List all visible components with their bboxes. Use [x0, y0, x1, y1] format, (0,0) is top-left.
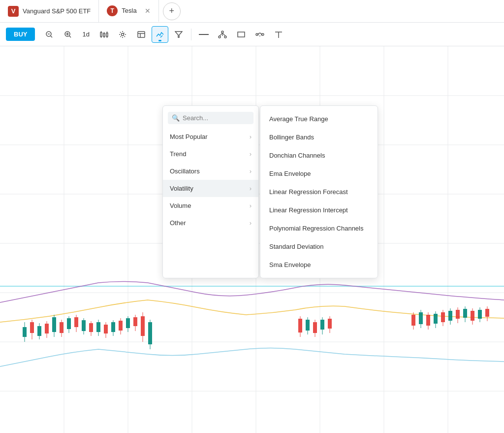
svg-rect-29 — [238, 32, 245, 37]
zoom-in-button[interactable] — [60, 26, 76, 43]
submenu-item-4[interactable]: Linear Regression Forecast — [260, 183, 378, 201]
submenu-item-7[interactable]: Standard Deviation — [260, 237, 378, 256]
svg-rect-86 — [298, 319, 302, 333]
svg-rect-90 — [313, 322, 317, 333]
tab-close-icon[interactable]: ✕ — [145, 7, 151, 15]
svg-point-25 — [224, 36, 226, 38]
svg-rect-76 — [119, 321, 123, 331]
submenu-item-8[interactable]: Sma Envelope — [260, 256, 378, 274]
chevron-right-icon-3: › — [250, 185, 252, 192]
submenu-item-5[interactable]: Linear Regression Intercept — [260, 201, 378, 219]
svg-rect-110 — [463, 309, 467, 318]
search-input[interactable] — [183, 114, 250, 122]
svg-rect-10 — [103, 33, 105, 36]
chevron-right-icon-0: › — [250, 133, 252, 140]
menu-item-other[interactable]: Other › — [163, 214, 258, 232]
svg-rect-96 — [411, 315, 415, 326]
svg-rect-17 — [138, 32, 145, 37]
signal-button[interactable] — [170, 26, 187, 43]
path-tool-button[interactable] — [252, 26, 268, 43]
svg-line-27 — [222, 33, 225, 36]
svg-rect-13 — [106, 33, 108, 36]
text-tool-icon — [275, 31, 283, 38]
svg-rect-56 — [45, 324, 49, 333]
submenu-item-2[interactable]: Donchian Channels — [260, 146, 378, 165]
svg-rect-80 — [133, 317, 137, 326]
svg-rect-82 — [141, 316, 145, 336]
menu-item-volume[interactable]: Volume › — [163, 197, 258, 214]
buy-button[interactable]: BUY — [6, 28, 35, 41]
tab-vanguard[interactable]: V Vanguard S&P 500 ETF — [0, 0, 99, 22]
svg-rect-60 — [60, 322, 63, 333]
zoom-out-button[interactable] — [41, 26, 58, 43]
menu-item-most-popular-label: Most Popular — [170, 133, 208, 140]
svg-rect-88 — [306, 320, 310, 331]
svg-rect-106 — [448, 311, 452, 321]
path-icon — [255, 31, 264, 38]
divider-1 — [191, 29, 191, 40]
svg-point-16 — [121, 33, 124, 35]
svg-line-2 — [51, 36, 52, 37]
menu-item-other-label: Other — [170, 219, 186, 227]
svg-rect-114 — [478, 310, 482, 319]
svg-rect-100 — [426, 315, 430, 326]
menu-item-volatility[interactable]: Volatility › — [163, 180, 258, 197]
svg-rect-66 — [82, 320, 86, 331]
svg-rect-84 — [148, 322, 152, 344]
chevron-right-icon-5: › — [250, 219, 252, 227]
search-box[interactable]: 🔍 — [168, 112, 253, 124]
svg-rect-62 — [67, 318, 71, 329]
chart-type-button[interactable] — [95, 26, 112, 43]
gear-icon — [119, 31, 126, 38]
svg-rect-50 — [23, 327, 27, 337]
volatility-submenu: Average True Range Bollinger Bands Donch… — [260, 105, 378, 278]
svg-rect-112 — [471, 311, 474, 321]
rectangle-tool-button[interactable] — [233, 26, 250, 43]
svg-rect-54 — [37, 326, 41, 336]
svg-rect-58 — [52, 317, 56, 332]
zoom-in-icon — [64, 31, 72, 38]
filter-icon — [175, 31, 183, 38]
svg-rect-98 — [419, 312, 423, 324]
svg-rect-78 — [126, 318, 130, 328]
vanguard-logo: V — [8, 6, 19, 17]
tab-tesla[interactable]: T Tesla ✕ — [99, 0, 158, 22]
svg-rect-108 — [456, 310, 460, 319]
indicators-button[interactable] — [152, 26, 168, 43]
text-tool-button[interactable] — [270, 26, 287, 43]
tab-vanguard-label: Vanguard S&P 500 ETF — [23, 7, 91, 15]
submenu-item-6[interactable]: Polynomial Regression Channels — [260, 219, 378, 237]
svg-rect-68 — [89, 323, 93, 332]
templates-button[interactable] — [133, 26, 150, 43]
fork-tool-button[interactable] — [214, 26, 231, 43]
template-icon — [137, 31, 145, 38]
svg-point-30 — [256, 33, 258, 35]
timeframe-button[interactable]: 1d — [78, 29, 93, 40]
add-tab-button[interactable]: + — [163, 2, 181, 20]
svg-rect-102 — [434, 314, 438, 324]
submenu-item-1[interactable]: Bollinger Bands — [260, 128, 378, 146]
chevron-right-icon-1: › — [250, 150, 252, 158]
candlestick-icon — [99, 31, 108, 38]
indicator-menu: 🔍 Most Popular › Trend › Oscillators › V… — [162, 105, 259, 278]
svg-point-31 — [262, 33, 264, 35]
svg-point-24 — [219, 36, 220, 38]
menu-item-trend[interactable]: Trend › — [163, 145, 258, 163]
line-tool-icon — [198, 31, 210, 38]
line-tool-button[interactable] — [195, 26, 212, 43]
rectangle-icon — [237, 31, 246, 38]
svg-line-6 — [69, 36, 71, 37]
submenu-item-3[interactable]: Ema Envelope — [260, 165, 378, 183]
tab-tesla-label: Tesla — [122, 7, 136, 14]
chevron-right-icon-2: › — [250, 167, 252, 175]
menu-item-oscillators[interactable]: Oscillators › — [163, 163, 258, 180]
submenu-item-0[interactable]: Average True Range — [260, 110, 378, 128]
tesla-logo: T — [107, 5, 118, 16]
svg-rect-70 — [96, 322, 100, 332]
chevron-right-icon-4: › — [250, 202, 252, 209]
menu-item-most-popular[interactable]: Most Popular › — [163, 128, 258, 145]
svg-line-20 — [160, 35, 162, 37]
chart-area: 🔍 Most Popular › Trend › Oscillators › V… — [0, 46, 504, 433]
settings-button[interactable] — [114, 26, 131, 43]
svg-line-26 — [220, 33, 222, 36]
